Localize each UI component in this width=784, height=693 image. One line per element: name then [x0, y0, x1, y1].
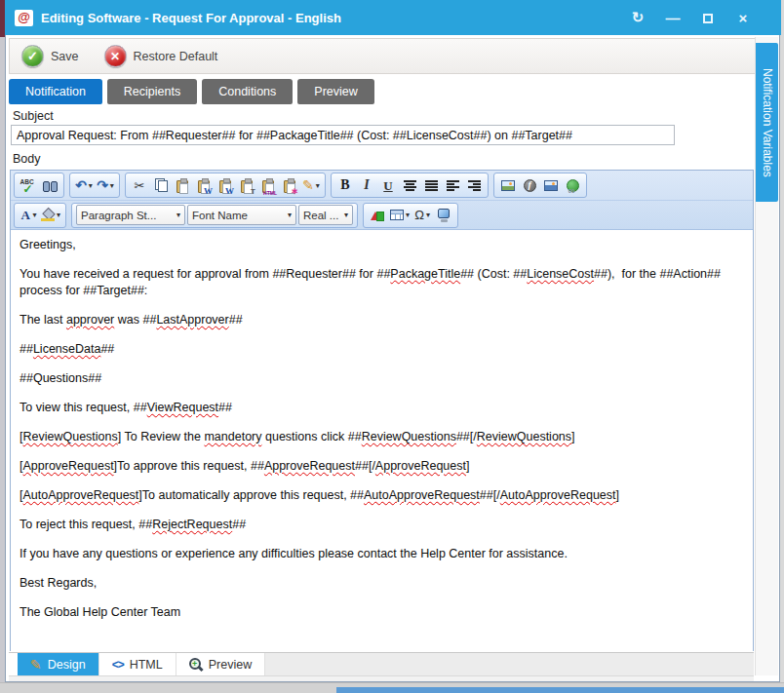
subject-input[interactable] — [11, 125, 675, 145]
undo-icon: ↶ — [75, 178, 87, 192]
chevron-down-icon: ▾ — [406, 211, 410, 219]
align-center-icon — [404, 179, 416, 191]
close-button[interactable]: × — [732, 10, 754, 26]
paste-icon — [176, 180, 188, 193]
paste-from-word-no-styles-button[interactable]: W — [216, 174, 235, 196]
font-size-dropdown[interactable]: Real ...▾ — [298, 205, 353, 225]
toolbar-group: ✂WWTHTML∗✎▾ — [125, 173, 326, 198]
paste-plain-text-icon: T — [241, 180, 253, 193]
module-manager-button[interactable] — [434, 205, 453, 226]
maximize-icon — [703, 14, 713, 23]
hyperlink-manager-button[interactable] — [563, 174, 582, 196]
align-right-button[interactable] — [464, 174, 484, 196]
restore-default-button[interactable]: Restore Default — [104, 45, 218, 67]
flash-manager-button[interactable] — [520, 174, 539, 196]
paste-as-html-tag: HTML — [263, 190, 277, 196]
font-size-value: Real ... — [303, 210, 338, 221]
main-tabs: NotificationRecipientsConditionsPreview — [9, 79, 374, 104]
bold-button[interactable]: B — [335, 174, 355, 196]
app-icon: @ — [15, 10, 33, 26]
save-icon — [21, 45, 44, 67]
chevron-down-icon: ▾ — [89, 181, 93, 190]
notification-variables-tab[interactable]: Notification Variables — [756, 43, 778, 202]
align-center-button[interactable] — [400, 174, 419, 196]
flash-manager-icon — [524, 179, 536, 192]
body-label: Body — [13, 152, 41, 166]
format-stripper-button[interactable]: ✎▾ — [301, 174, 321, 196]
editor-content[interactable]: Greetings,You have received a request fo… — [11, 230, 753, 651]
paste-from-word-button[interactable]: W — [194, 174, 214, 196]
tab-conditions[interactable]: Conditions — [202, 79, 293, 104]
copy-icon — [155, 178, 168, 192]
paste-html-button[interactable]: ∗ — [280, 174, 299, 196]
undo-button[interactable]: ↶▾ — [74, 174, 94, 196]
redo-button[interactable]: ↷▾ — [96, 174, 115, 196]
insert-table-icon — [390, 210, 404, 220]
maximize-button[interactable] — [697, 10, 719, 26]
side-rail: Notification Variables — [755, 37, 778, 675]
save-button[interactable]: Save — [21, 45, 79, 67]
background-taskbar-accent — [336, 687, 784, 693]
justify-button[interactable] — [421, 174, 441, 196]
paste-as-html-button[interactable]: HTML — [258, 174, 278, 196]
mode-tab-html[interactable]: <>HTML — [99, 653, 176, 675]
toolbar-group: ▾Ω▾ — [363, 203, 458, 228]
body-paragraph: [ApproveRequest]To approve this request,… — [20, 458, 744, 475]
spell-check-button[interactable] — [19, 174, 38, 196]
image-manager-button[interactable] — [498, 174, 518, 196]
chevron-down-icon: ▾ — [32, 211, 36, 219]
paste-plain-text-button[interactable]: T — [237, 174, 256, 196]
body-paragraph: To view this request, ##ViewRequest## — [20, 400, 744, 416]
underline-button[interactable]: U — [378, 174, 398, 196]
redo-icon: ↷ — [97, 178, 108, 192]
justify-icon — [425, 179, 438, 191]
pencil-icon: ✎ — [30, 657, 42, 673]
paragraph-style-dropdown[interactable]: Paragraph St...▾ — [76, 205, 185, 225]
mode-tabs-lead — [9, 653, 18, 675]
rich-text-editor: ↶▾↷▾✂WWTHTML∗✎▾BIU ▾▾Paragraph St...▾Fon… — [10, 170, 754, 651]
background-color-button[interactable]: ▾ — [40, 205, 61, 226]
body-paragraph: The last approver was ##LastApprover## — [20, 312, 744, 328]
foreground-color-button[interactable]: ▾ — [19, 205, 38, 226]
refresh-button[interactable]: ↻ — [627, 9, 648, 26]
toolbar-group — [14, 173, 64, 198]
magnifier-icon — [189, 658, 203, 672]
body-paragraph: Best Regards, — [20, 575, 744, 592]
insert-table-button[interactable]: ▾ — [389, 205, 411, 226]
tab-preview[interactable]: Preview — [297, 79, 373, 104]
align-right-icon — [468, 179, 481, 191]
insert-symbol-button[interactable]: Ω▾ — [412, 205, 432, 226]
editor-toolbar-row2: ▾▾Paragraph St...▾Font Name▾Real ...▾▾Ω▾ — [11, 200, 753, 229]
body-paragraph: You have received a request for approval… — [20, 266, 744, 299]
foreground-color-icon — [20, 209, 30, 222]
titlebar[interactable]: @ Editing Software - Request For Approva… — [5, 0, 781, 35]
cut-button[interactable]: ✂ — [130, 174, 149, 196]
tab-notification[interactable]: Notification — [9, 79, 102, 104]
save-label: Save — [51, 50, 79, 63]
italic-button[interactable]: I — [357, 174, 376, 196]
copy-button[interactable] — [151, 174, 171, 196]
screen: @ Editing Software - Request For Approva… — [0, 0, 784, 693]
underline-icon: U — [383, 179, 392, 192]
toolbar-group: ↶▾↷▾ — [69, 173, 120, 198]
status-strip — [9, 676, 754, 681]
chevron-down-icon: ▾ — [288, 211, 292, 219]
spell-check-icon — [20, 178, 37, 193]
align-left-button[interactable] — [443, 174, 462, 196]
insert-snippet-button[interactable] — [368, 205, 387, 226]
paste-button[interactable] — [173, 174, 192, 196]
paste-from-word-icon: W — [198, 180, 210, 193]
insert-symbol-icon: Ω — [414, 209, 424, 221]
mode-tab-label: Design — [48, 658, 86, 672]
image-map-editor-button[interactable] — [541, 174, 561, 196]
mode-tab-design[interactable]: ✎Design — [18, 653, 99, 675]
window-controls: ↻ — × — [627, 9, 754, 26]
minimize-button[interactable]: — — [662, 10, 684, 26]
italic-icon: I — [364, 178, 369, 192]
font-name-dropdown[interactable]: Font Name▾ — [187, 205, 296, 225]
mode-tab-preview[interactable]: Preview — [176, 653, 265, 675]
image-manager-icon — [501, 180, 515, 191]
find-and-replace-button[interactable] — [40, 174, 59, 196]
tab-recipients[interactable]: Recipients — [107, 79, 197, 104]
cut-icon: ✂ — [135, 179, 145, 192]
